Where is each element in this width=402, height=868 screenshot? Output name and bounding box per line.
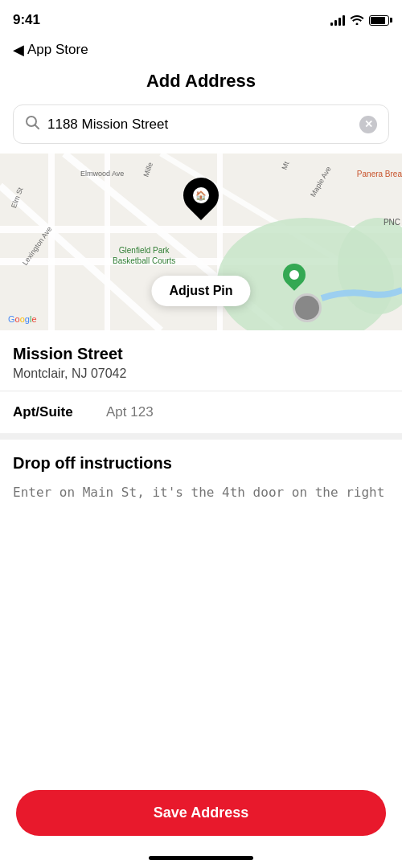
battery-icon — [369, 15, 389, 26]
search-icon — [25, 115, 39, 133]
nav-bar: ◀ App Store — [0, 35, 402, 64]
address-street: Mission Street — [13, 345, 389, 363]
svg-line-1 — [35, 125, 39, 129]
save-button-container: Save Address — [0, 790, 402, 836]
panera-label: Panera Brea — [357, 170, 402, 178]
pin-inner: 🏠 — [193, 187, 209, 203]
svg-rect-5 — [105, 154, 110, 330]
home-indicator — [149, 856, 253, 860]
map-background: Elm St Lexington Ave Elmwood Ave Mille M… — [0, 154, 402, 330]
clear-search-button[interactable]: ✕ — [359, 116, 377, 133]
status-time: 9:41 — [13, 12, 40, 28]
dropoff-title: Drop off instructions — [13, 454, 389, 473]
pnc-label: PNC — [384, 218, 400, 227]
apt-suite-label: Apt/Suite — [13, 404, 93, 420]
status-icons — [330, 14, 389, 27]
apt-suite-row[interactable]: Apt/Suite — [0, 391, 402, 433]
apt-suite-input[interactable] — [106, 404, 389, 420]
park-label: Glenfield ParkBasketball Courts — [113, 245, 175, 266]
pin-circle: 🏠 — [176, 170, 226, 220]
page-title: Add Address — [13, 71, 389, 92]
search-input[interactable] — [47, 117, 351, 133]
status-bar: 9:41 — [0, 0, 402, 35]
map-container[interactable]: Elm St Lexington Ave Elmwood Ave Mille M… — [0, 154, 402, 330]
search-bar[interactable]: ✕ — [13, 104, 389, 144]
back-label: App Store — [27, 42, 88, 58]
address-city: Montclair, NJ 07042 — [13, 366, 389, 381]
wifi-icon — [350, 14, 364, 27]
map-pin[interactable]: 🏠 — [183, 178, 219, 219]
dropoff-input[interactable] — [13, 484, 389, 538]
google-logo: Google — [8, 314, 37, 324]
save-address-button[interactable]: Save Address — [16, 790, 386, 836]
back-chevron-icon: ◀ — [13, 41, 24, 59]
back-button[interactable]: ◀ App Store — [13, 41, 88, 59]
adjust-pin-button[interactable]: Adjust Pin — [151, 276, 250, 306]
dropoff-section[interactable]: Drop off instructions — [0, 440, 402, 551]
signal-icon — [330, 14, 345, 26]
elmwood-ave-label: Elmwood Ave — [80, 170, 124, 178]
svg-rect-4 — [48, 154, 55, 330]
gray-location-circle — [293, 293, 322, 322]
thick-divider — [0, 433, 402, 440]
page-title-container: Add Address — [0, 64, 402, 104]
address-section: Mission Street Montclair, NJ 07042 — [0, 330, 402, 391]
